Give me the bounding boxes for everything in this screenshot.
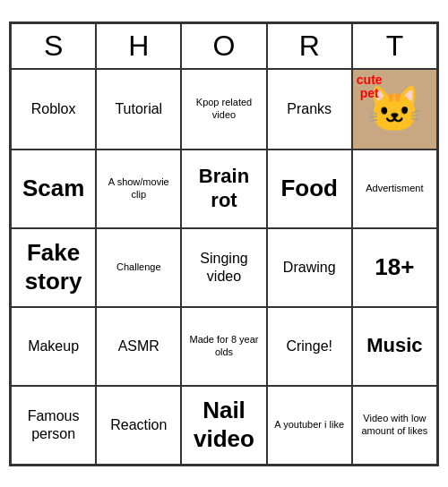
bingo-cell: Fake story <box>11 228 96 307</box>
bingo-cell: A youtuber i like <box>267 386 352 465</box>
bingo-cell: Cringe! <box>267 307 352 386</box>
cell-text: Reaction <box>110 416 167 433</box>
cell-text: A youtuber i like <box>274 419 344 431</box>
cell-text: Scam <box>22 175 84 202</box>
cute-pet-label: cute pet <box>357 73 383 101</box>
cell-text: Food <box>280 175 338 202</box>
header-letter: S <box>11 23 96 69</box>
bingo-cell: ASMR <box>96 307 181 386</box>
cell-text: ASMR <box>118 337 159 355</box>
cell-text: Cringe! <box>286 337 332 355</box>
cell-text: Challenge <box>116 261 161 273</box>
header-letter: R <box>267 23 352 69</box>
bingo-cell: Pranks <box>267 69 352 150</box>
bingo-cell: Challenge <box>96 228 181 307</box>
bingo-cell: Made for 8 year olds <box>181 307 266 386</box>
cell-text: Music <box>366 334 422 357</box>
bingo-cell: Brain rot <box>181 150 266 228</box>
cell-text: Roblox <box>31 100 76 117</box>
bingo-cell: Famous person <box>11 386 96 465</box>
bingo-cell: Reaction <box>96 386 181 465</box>
bingo-cell: Roblox <box>11 69 96 150</box>
cell-text: Advertisment <box>366 183 423 194</box>
header-letter: O <box>181 23 266 69</box>
cell-text: Kpop related video <box>185 97 262 120</box>
cell-text: Pranks <box>287 100 332 117</box>
cell-text: Video with low amount of likes <box>357 413 433 436</box>
cell-text: Fake story <box>15 239 91 295</box>
bingo-cell: Tutorial <box>96 69 181 150</box>
cell-text: Made for 8 year olds <box>185 334 262 357</box>
cell-text: Brain rot <box>185 165 262 212</box>
bingo-cell: Advertisment <box>352 150 437 228</box>
cell-text: Makeup <box>28 337 79 355</box>
header-letter: T <box>352 23 437 69</box>
cell-text: A show/movie clip <box>100 176 177 200</box>
bingo-cell: Makeup <box>11 307 96 386</box>
bingo-cell: Nail video <box>181 386 266 465</box>
bingo-cell: Kpop related video <box>181 69 266 150</box>
bingo-card: SHORT RobloxTutorialKpop related videoPr… <box>9 21 439 466</box>
cell-text: 18+ <box>375 253 414 281</box>
bingo-cell: Singing video <box>181 228 266 307</box>
bingo-cell: cute pet <box>352 69 437 150</box>
cell-text: Drawing <box>283 259 336 276</box>
header-row: SHORT <box>11 23 437 69</box>
bingo-cell: Music <box>352 307 437 386</box>
bingo-cell: Scam <box>11 150 96 228</box>
bingo-cell: 18+ <box>352 228 437 307</box>
bingo-cell: Drawing <box>267 228 352 307</box>
bingo-cell: Food <box>267 150 352 228</box>
cell-text: Tutorial <box>115 100 162 117</box>
bingo-cell: Video with low amount of likes <box>352 386 437 465</box>
bingo-grid: RobloxTutorialKpop related videoPrankscu… <box>11 69 437 465</box>
cell-text: Nail video <box>185 397 262 452</box>
header-letter: H <box>96 23 181 69</box>
bingo-cell: A show/movie clip <box>96 150 181 228</box>
cell-text: Singing video <box>185 250 262 284</box>
cell-text: Famous person <box>15 407 91 441</box>
